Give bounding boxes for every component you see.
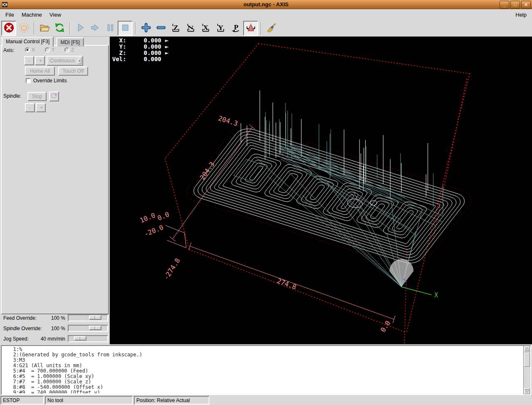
gcode-line-text: #4 = 700.000000 (Feed): [19, 368, 88, 374]
reload-icon: [54, 22, 65, 35]
rotate-view-button[interactable]: [243, 21, 258, 36]
maximize-button[interactable]: □: [510, 1, 520, 9]
run-icon: [75, 22, 86, 35]
gcode-scrollbar[interactable]: [523, 346, 530, 394]
spindle-plus-button[interactable]: +: [36, 103, 46, 112]
titlebar[interactable]: output.ngc - AXIS _ □ ✕: [0, 0, 532, 9]
preview-canvas[interactable]: 204.3 204.3 274.8 -274.8 0.0 10.0 0.0 -2…: [110, 37, 532, 344]
axis-y-radio[interactable]: [45, 47, 50, 52]
dim-y-tick-bottom: [170, 237, 175, 241]
menu-machine[interactable]: Machine: [18, 10, 46, 20]
status-cell-1: No tool: [45, 396, 133, 405]
minimize-button[interactable]: _: [500, 1, 509, 9]
letter-icon: Z: [185, 22, 197, 35]
chevron-down-icon: ▾: [78, 57, 81, 64]
clear-plot-icon: [266, 22, 277, 35]
pause-program-button[interactable]: [103, 21, 118, 36]
axis-z-radio[interactable]: [64, 47, 69, 52]
axis-x-radio[interactable]: [25, 47, 30, 52]
view-side-x-button[interactable]: X: [198, 21, 213, 36]
touch-off-button[interactable]: Touch Off: [58, 67, 88, 76]
step-program-button[interactable]: [88, 21, 103, 36]
spindle-stop-button[interactable]: Stop: [27, 92, 47, 101]
gcode-line-text: (Generated by gcode_tools from inkscape.…: [19, 352, 142, 358]
tab-mdi[interactable]: MDI [F5]: [57, 37, 84, 47]
zoom-out-button[interactable]: [153, 21, 168, 36]
run-program-button[interactable]: [73, 21, 88, 36]
close-button[interactable]: ✕: [521, 1, 531, 9]
jog-speed-slider[interactable]: [68, 335, 108, 342]
view-perspective-button[interactable]: P: [228, 21, 243, 36]
stop-program-button[interactable]: [118, 21, 133, 36]
axis-z-label: Z: [71, 47, 74, 53]
gcode-line[interactable]: 2:(Generated by gcode_tools from inkscap…: [2, 352, 523, 358]
view-side-y-button[interactable]: Y: [213, 21, 228, 36]
svg-text:P: P: [234, 22, 238, 31]
feed-override-slider[interactable]: [68, 314, 108, 321]
preview-area[interactable]: 204.3 204.3 274.8 -274.8 0.0 10.0 0.0 -2…: [110, 37, 532, 344]
menubar: FileMachineViewHelp: [0, 9, 532, 20]
view-top-button[interactable]: Z: [168, 21, 183, 36]
letter-icon: X: [200, 22, 212, 35]
zoom-in-button[interactable]: [138, 21, 153, 36]
gcode-line-number: 9:: [2, 390, 19, 393]
toolbar-separator: [135, 22, 136, 35]
tab-manual-control[interactable]: Manual Control [F3]: [2, 37, 54, 47]
open-file-button[interactable]: [37, 21, 52, 36]
home-all-button[interactable]: Home All: [25, 67, 55, 76]
dim-x-tick-left: [189, 242, 191, 250]
menu-view[interactable]: View: [46, 10, 65, 20]
jog-minus-button[interactable]: -: [24, 56, 34, 65]
gcode-line[interactable]: 9:#9 = 740.000000 (Offset y): [2, 390, 523, 393]
machine-power-icon: [18, 22, 30, 35]
spindle-minus-button[interactable]: -: [25, 103, 35, 112]
dim-z-top-label: 10.0: [139, 211, 157, 225]
menu-help[interactable]: Help: [512, 10, 530, 20]
reload-file-button[interactable]: [52, 21, 67, 36]
clear-plot-button[interactable]: [264, 21, 279, 36]
slider-thumb[interactable]: [74, 336, 86, 341]
menu-file[interactable]: File: [2, 10, 18, 20]
dim-y-tick-top: [249, 125, 255, 129]
jog-increment-combo[interactable]: Continuous ▾: [47, 56, 83, 66]
jog-speed-label: Jog Speed:: [3, 336, 29, 342]
override-limits-checkbox[interactable]: [26, 78, 31, 83]
spindle-brake-button[interactable]: [49, 91, 59, 101]
spindle-override-row: Spindle Override: 100 %: [0, 324, 110, 333]
gcode-line-text: G21 (All units in mm): [19, 363, 82, 368]
jog-plus-button[interactable]: +: [35, 56, 45, 65]
window-title: output.ngc - AXIS: [0, 1, 532, 7]
letter-icon: Z: [170, 22, 182, 35]
view-top-rotated-button[interactable]: Z: [183, 21, 198, 36]
dim-x-length-label: 274.8: [276, 277, 298, 291]
estop-button[interactable]: [1, 21, 16, 36]
spindle-override-slider[interactable]: [68, 325, 108, 332]
feed-override-row: Feed Override: 100 %: [0, 314, 110, 323]
tool-cone: [389, 259, 414, 287]
machine-power-button[interactable]: [16, 21, 31, 36]
svg-text:Z: Z: [173, 23, 178, 32]
axis-y-label: Y: [52, 47, 55, 53]
letter-icon: Y: [215, 22, 227, 35]
dim-x-max-label: 0.0: [379, 319, 392, 334]
gcode-line-text: M3: [19, 357, 25, 363]
panel-border: [1, 45, 109, 314]
jog-speed-row: Jog Speed: 40 mm/min: [0, 335, 110, 344]
slider-thumb[interactable]: [89, 326, 101, 330]
dim-y-left-label: 204.3: [198, 161, 216, 181]
dim-y-top-label: 204.3: [217, 114, 239, 128]
scroll-up-arrow-icon[interactable]: [524, 346, 530, 352]
dim-y-line: [172, 127, 252, 239]
gcode-line-text: #8 = -540.000000 (Offset x): [19, 384, 103, 390]
gcode-listing[interactable]: 1:%2:(Generated by gcode_tools from inks…: [1, 345, 531, 395]
toolbar-separator: [69, 22, 70, 35]
stop-icon: [120, 22, 131, 35]
spindle-override-value: 100 %: [51, 326, 65, 331]
scroll-down-arrow-icon[interactable]: [524, 388, 530, 394]
manual-control-panel: Manual Control [F3] MDI [F5] Axis: X Y Z…: [0, 37, 110, 344]
step-icon: [90, 22, 101, 35]
scrollbar-thumb[interactable]: [524, 353, 530, 367]
gcode-line-text: #9 = 740.000000 (Offset y): [19, 390, 100, 393]
slider-thumb[interactable]: [89, 315, 101, 320]
spindle-brake-icon: [51, 95, 57, 101]
